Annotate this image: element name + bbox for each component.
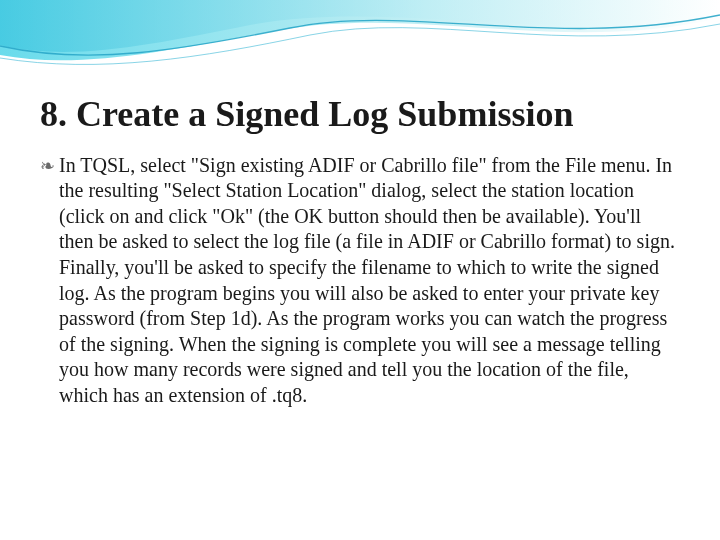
slide-content: 8. Create a Signed Log Submission ❧ In T… <box>0 0 720 439</box>
bullet-icon: ❧ <box>40 157 55 175</box>
body-paragraph: ❧ In TQSL, select "Sign existing ADIF or… <box>40 153 680 409</box>
body-text: In TQSL, select "Sign existing ADIF or C… <box>59 153 680 409</box>
slide-title: 8. Create a Signed Log Submission <box>40 95 680 135</box>
